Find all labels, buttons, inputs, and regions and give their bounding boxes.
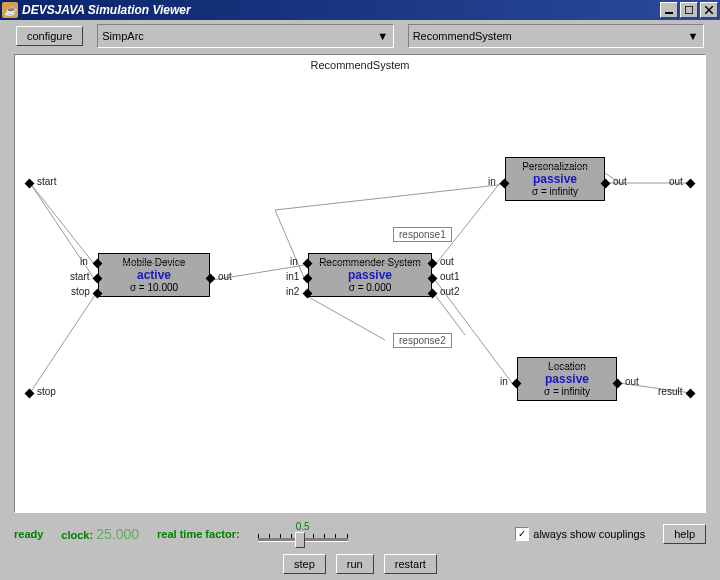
- message-label-response2: response2: [393, 333, 452, 348]
- port-label: out: [440, 256, 454, 267]
- node-state: passive: [518, 372, 616, 386]
- configure-button[interactable]: configure: [16, 26, 83, 46]
- port-label: out: [625, 376, 639, 387]
- node-name: Location: [518, 361, 616, 372]
- port-label: in: [488, 176, 496, 187]
- model-value: RecommendSystem: [413, 30, 512, 42]
- node-recommender-system[interactable]: Recommender System passive σ = 0.000: [308, 253, 432, 297]
- outer-port-result: result: [658, 386, 682, 397]
- titlebar[interactable]: ☕ DEVSJAVA Simulation Viewer: [0, 0, 720, 20]
- outer-port-out: out: [669, 176, 683, 187]
- outer-port-start: start: [37, 176, 56, 187]
- port-label: out2: [440, 286, 459, 297]
- app-window: ☕ DEVSJAVA Simulation Viewer configure S…: [0, 0, 720, 580]
- node-name: Mobile Device: [99, 257, 209, 268]
- node-name: Personalizaion: [506, 161, 604, 172]
- node-mobile-device[interactable]: Mobile Device active σ = 10.000: [98, 253, 210, 297]
- slider-thumb[interactable]: [295, 532, 305, 548]
- rtf-slider[interactable]: [258, 532, 348, 546]
- always-show-couplings-check[interactable]: ✓ always show couplings: [515, 527, 645, 541]
- svg-rect-1: [685, 6, 693, 14]
- svg-line-4: [30, 183, 95, 265]
- port-label: in: [500, 376, 508, 387]
- svg-line-6: [30, 295, 95, 393]
- status-ready: ready: [14, 528, 43, 540]
- chevron-down-icon: ▼: [375, 27, 391, 45]
- model-select[interactable]: RecommendSystem ▼: [408, 24, 704, 48]
- rtf-label: real time factor:: [157, 528, 240, 540]
- package-value: SimpArc: [102, 30, 144, 42]
- checkbox-icon: ✓: [515, 527, 529, 541]
- outer-port-stop: stop: [37, 386, 56, 397]
- port-label: out: [613, 176, 627, 187]
- java-icon: ☕: [2, 2, 18, 18]
- check-label: always show couplings: [533, 528, 645, 540]
- close-button[interactable]: [700, 2, 718, 18]
- rtf-slider-wrap: 0.5: [258, 521, 348, 546]
- port-label: in1: [286, 271, 299, 282]
- svg-line-12: [435, 295, 465, 335]
- port-label: start: [70, 271, 89, 282]
- package-select[interactable]: SimpArc ▼: [97, 24, 393, 48]
- node-name: Recommender System: [309, 257, 431, 268]
- clock-value: 25.000: [96, 526, 139, 542]
- rtf-value: 0.5: [258, 521, 348, 532]
- node-personalization[interactable]: Personalizaion passive σ = infinity: [505, 157, 605, 201]
- simulation-canvas[interactable]: RecommendSystem start stop out res: [14, 54, 706, 513]
- toolbar: configure SimpArc ▼ RecommendSystem ▼: [0, 20, 720, 52]
- minimize-button[interactable]: [660, 2, 678, 18]
- node-sigma: σ = infinity: [518, 386, 616, 397]
- port-label: in2: [286, 286, 299, 297]
- node-state: active: [99, 268, 209, 282]
- node-sigma: σ = infinity: [506, 186, 604, 197]
- node-state: passive: [506, 172, 604, 186]
- port-label: in: [290, 256, 298, 267]
- svg-line-13: [305, 295, 385, 340]
- port-label: out: [218, 271, 232, 282]
- maximize-button[interactable]: [680, 2, 698, 18]
- clock-label: clock:: [61, 529, 93, 541]
- restart-button[interactable]: restart: [384, 554, 437, 574]
- node-location[interactable]: Location passive σ = infinity: [517, 357, 617, 401]
- help-button[interactable]: help: [663, 524, 706, 544]
- port-label: in: [80, 256, 88, 267]
- chevron-down-icon: ▼: [685, 27, 701, 45]
- svg-rect-0: [665, 12, 673, 14]
- message-label-response1: response1: [393, 227, 452, 242]
- node-sigma: σ = 10.000: [99, 282, 209, 293]
- control-buttons: step run restart: [0, 550, 720, 580]
- node-state: passive: [309, 268, 431, 282]
- status-bar: ready clock: 25.000 real time factor: 0.…: [0, 517, 720, 550]
- run-button[interactable]: run: [336, 554, 374, 574]
- port-label: stop: [71, 286, 90, 297]
- window-title: DEVSJAVA Simulation Viewer: [22, 3, 191, 17]
- svg-line-8: [435, 183, 500, 265]
- node-sigma: σ = 0.000: [309, 282, 431, 293]
- port-label: out1: [440, 271, 459, 282]
- step-button[interactable]: step: [283, 554, 326, 574]
